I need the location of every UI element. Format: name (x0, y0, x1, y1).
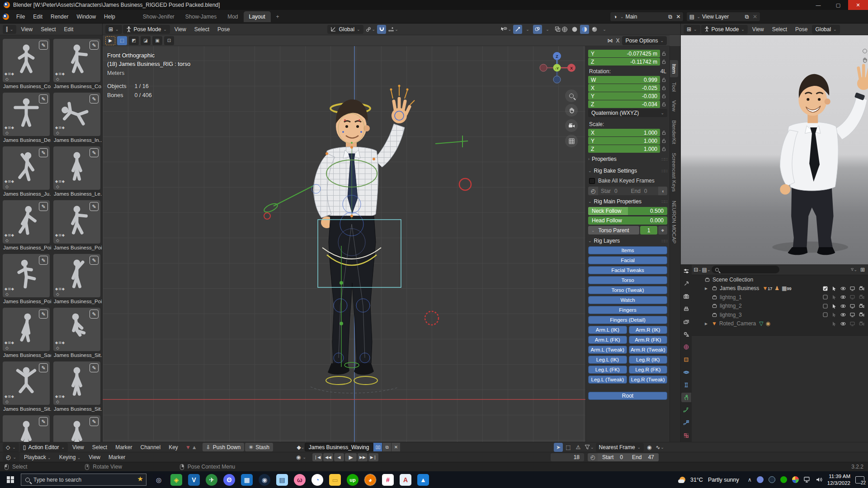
properties-tab-viewlayer[interactable] (681, 317, 691, 326)
overlays-dropdown[interactable]: ⌄ (543, 25, 552, 34)
check-on-icon[interactable] (822, 286, 828, 291)
blender-menu-icon[interactable] (3, 14, 9, 20)
taskbar-app-vsdc[interactable]: V (188, 474, 200, 486)
asset-item[interactable]: ✎ ◆⊞◆ ◇ James Business_De... (1, 93, 51, 143)
eye-icon[interactable] (840, 303, 846, 309)
menu-pose[interactable]: Pose (214, 25, 233, 34)
taskbar-app-notepad[interactable]: ▤ (276, 474, 288, 486)
taskbar-app-flight-sim[interactable]: ✈ (206, 474, 217, 486)
scale-z-field[interactable]: Z1.000 (588, 145, 660, 153)
asset-item[interactable]: ✎ ◆⊞◆ ◇ James Business_Sad (1, 308, 51, 358)
taskbar-app-steam[interactable]: ◉ (259, 474, 270, 486)
preview-nav-icons[interactable] (862, 49, 868, 63)
properties-tab-object[interactable] (681, 355, 691, 364)
errors-filter[interactable]: ⚠ (574, 443, 583, 452)
refresh-icon[interactable]: ◖ (658, 187, 667, 195)
menu-help[interactable]: Help (100, 12, 119, 22)
shading-solid-button[interactable] (570, 25, 579, 34)
rig-layer-button[interactable]: Fingers (Detail) (588, 316, 667, 324)
rig-layer-button[interactable]: Arm.L (FK) (588, 336, 627, 344)
screen-dim-icon[interactable] (849, 294, 855, 300)
asset-item[interactable]: ✎ ◆⊞◆ ◇ James Business_Poi (52, 254, 102, 304)
taskbar-app-blender[interactable]: ◕ (364, 474, 376, 486)
outliner-row[interactable]: lightng_2 (692, 302, 868, 311)
menu-view[interactable]: View (749, 25, 768, 34)
rig-layer-button[interactable]: Torso (588, 276, 667, 284)
filter-funnel-dropdown[interactable]: ⌄ (584, 443, 595, 452)
pan-hand-icon[interactable] (565, 104, 578, 117)
tray-expand-icon[interactable]: ∧ (748, 476, 752, 483)
menu-marker[interactable]: Marker (105, 453, 129, 462)
push-down-button[interactable]: ⇩Push Down (203, 443, 244, 451)
prev-frame-button[interactable]: ◀ (334, 453, 344, 461)
panel-properties[interactable]: ›Properties∷∷ (588, 154, 667, 164)
menu-edit[interactable]: Edit (29, 12, 47, 22)
asset-item[interactable]: ✎ ◆⊞◆ ◇ James Business_Poi (1, 200, 51, 250)
start-button[interactable] (0, 471, 21, 488)
steam-tray-icon[interactable] (769, 476, 775, 483)
menu-marker[interactable]: Marker (112, 443, 136, 452)
edit-pose-icon[interactable]: ✎ (90, 310, 99, 319)
lock-icon[interactable] (660, 145, 667, 153)
properties-tab-render[interactable] (681, 291, 691, 301)
mirror-icon[interactable]: ⋈ (607, 38, 613, 44)
pivot-point-selector[interactable]: ⌄ (364, 25, 377, 34)
action-icon[interactable]: ◆⌄ (297, 444, 304, 450)
menu-keying[interactable]: Keying ⌄ (56, 453, 85, 462)
tweak-tool-button[interactable]: ▶ (105, 36, 115, 45)
edit-pose-icon[interactable]: ✎ (39, 256, 48, 265)
asset-item[interactable]: ✎ ◆⊞◆ ◇ James Business_Ju... (1, 146, 51, 197)
copy-icon[interactable]: ⧉ (667, 14, 673, 20)
taskbar-app-camera-app[interactable]: ◎ (153, 474, 165, 486)
properties-tab-constraints[interactable] (681, 380, 691, 389)
next-keyframe-button[interactable]: ▶▶ (358, 453, 368, 461)
copy-icon[interactable]: ⧉ (744, 14, 750, 20)
outliner-row[interactable]: ▸James Business▼17♟▦99 (692, 284, 868, 293)
ortho-grid-icon[interactable] (565, 135, 578, 147)
edit-pose-icon[interactable]: ✎ (39, 417, 48, 426)
funnel-filter-icon[interactable]: ⌄ (851, 267, 857, 273)
select-mode-invert-button[interactable]: ▣ (152, 36, 162, 45)
screen-icon[interactable] (849, 303, 855, 309)
menu-playback[interactable]: Playback ⌄ (20, 453, 55, 462)
asset-item[interactable]: ✎ ◆⊞◆ ◇ James Business_Sit... (52, 361, 102, 412)
panel-rig-main[interactable]: ⌄Rig Main Properties∷∷ (588, 196, 667, 207)
rig-layer-button[interactable]: Fingers (588, 306, 667, 314)
rig-layer-button[interactable]: Facial (588, 256, 667, 264)
move-down-icon[interactable]: ▼ (185, 444, 191, 450)
menu-channel[interactable]: Channel (137, 443, 164, 452)
asset-item[interactable]: ✎ ◆⊞◆ ◇ James Business_Poi (52, 200, 102, 250)
select-mode-extend-button[interactable]: ◩ (129, 36, 139, 45)
camera-off-icon[interactable] (859, 321, 865, 327)
preview-viewport[interactable]: ⊞⌄ Pose Mode⌄ View Select Pose Global⌄ (681, 23, 868, 264)
menu-select[interactable]: Select (769, 25, 791, 34)
only-selected-filter[interactable]: ➤ (554, 443, 563, 452)
viewport-3d[interactable]: ⊞⌄ Pose Mode⌄ View Select Pose Global⌄ ⌄… (103, 23, 680, 442)
gizmos-toggle[interactable] (513, 25, 522, 34)
rig-layer-button[interactable]: Items (588, 246, 667, 254)
close-icon[interactable]: ✕ (675, 14, 681, 20)
close-button[interactable]: ✕ (848, 0, 868, 10)
asset-item[interactable]: ✎ ◆⊞◆ ◇ James Business_Co... (1, 39, 51, 89)
camera-icon[interactable] (859, 286, 865, 291)
editor-type-selector[interactable]: ◇⌄ (3, 443, 19, 452)
edit-pose-icon[interactable]: ✎ (39, 202, 48, 211)
taskbar-app-slack[interactable]: # (382, 474, 394, 486)
rig-layer-button[interactable]: Leg.L (Tweak) (588, 375, 627, 384)
rig-layer-button[interactable]: Leg.L (FK) (588, 366, 627, 374)
taskbar-app-brain-app[interactable]: ω (294, 474, 306, 486)
stopwatch-icon[interactable]: ◴ (588, 187, 598, 195)
panel-rig-bake[interactable]: ⌄Rig Bake Settings∷∷ (588, 165, 667, 176)
select-mode-subtract-button[interactable]: ◪ (141, 36, 151, 45)
properties-tab-bone[interactable] (681, 405, 691, 415)
bake-start-field[interactable]: Star0 (598, 187, 628, 195)
bake-all-keyed-checkbox[interactable] (589, 178, 595, 184)
preview-render-area[interactable] (681, 35, 868, 264)
camera-view-icon[interactable] (565, 119, 578, 132)
rig-layer-button[interactable]: Torso (Tweak) (588, 286, 667, 294)
rig-layer-button[interactable]: Arm.L (IK) (588, 326, 627, 334)
outliner-row[interactable]: lightng_1 (692, 293, 868, 302)
rig-layer-button[interactable]: Leg.L (IK) (588, 356, 627, 364)
scene-selector[interactable]: ◑⌄ Main ⧉ ✕ (610, 12, 684, 22)
snap-toggle[interactable] (377, 25, 386, 34)
